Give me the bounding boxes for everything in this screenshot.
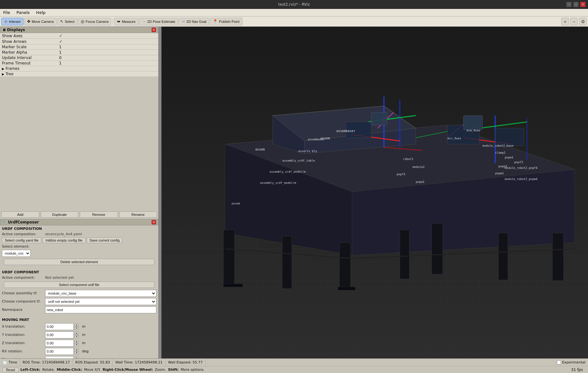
- urdf-panel-content: URDF COMPOSITION Active composition: rec…: [0, 225, 158, 359]
- ros-time-label: ROS Time:: [23, 360, 41, 364]
- measure-button[interactable]: ⬌ Measure: [114, 18, 138, 25]
- y-translation-unit: m: [82, 333, 85, 337]
- interact-button[interactable]: ⊹ Interact: [1, 18, 24, 25]
- y-translation-up[interactable]: ▲: [74, 332, 79, 335]
- display-value: 1: [57, 50, 158, 55]
- assembly-tf-select[interactable]: module_cnc_base: [45, 290, 156, 297]
- svg-rect-32: [400, 230, 409, 279]
- toolbar-separator-1: [113, 18, 113, 25]
- ry-rotation-up[interactable]: ▲: [74, 356, 79, 359]
- x-translation-down[interactable]: ▼: [74, 327, 79, 330]
- select-button[interactable]: ↖ Select: [57, 18, 78, 25]
- namespace-label: Namespace: [2, 308, 43, 312]
- svg-rect-30: [552, 233, 564, 281]
- ry-rotation-input[interactable]: [45, 356, 74, 359]
- init-config-button[interactable]: Initilize empty config file: [43, 237, 85, 243]
- z-translation-down[interactable]: ▼: [74, 343, 79, 346]
- displays-panel-header[interactable]: 🖥 Displays ✕: [0, 27, 158, 33]
- svg-text:asserts bly: asserts bly: [298, 150, 317, 153]
- resize-handle[interactable]: ⋮: [159, 27, 161, 358]
- wall-time-value: 1724589498.21: [135, 360, 162, 364]
- remove-toolbar-button[interactable]: −: [570, 18, 578, 25]
- y-translation-input[interactable]: [45, 331, 74, 338]
- add-toolbar-button[interactable]: +: [561, 18, 569, 25]
- x-translation-up[interactable]: ▲: [74, 323, 79, 327]
- select-config-button[interactable]: Select config yaml file: [2, 237, 41, 243]
- component-tf-row: Choose component tf: urdf not selected y…: [0, 297, 158, 306]
- select-urdf-button[interactable]: Select component urdf file: [4, 282, 154, 288]
- svg-rect-25: [223, 230, 235, 287]
- ry-rotation-spinner: ▲ ▼: [45, 356, 79, 359]
- urdf-close-button[interactable]: ✕: [152, 220, 156, 224]
- svg-text:assem: assem: [255, 148, 265, 151]
- table-row[interactable]: ▶ Tree: [0, 71, 158, 77]
- 2d-pose-button[interactable]: → 2D Pose Estimate: [139, 18, 178, 25]
- assembly-tf-row: Choose assembly tf: module_cnc_base: [0, 289, 158, 297]
- display-value: 1: [57, 61, 158, 66]
- svg-text:assem: assem: [231, 202, 240, 205]
- rx-rotation-arrows: ▲ ▼: [74, 348, 79, 355]
- namespace-input[interactable]: [45, 306, 156, 313]
- publish-point-button[interactable]: 📍 Publish Point: [210, 18, 242, 25]
- menu-help[interactable]: Help: [33, 9, 49, 16]
- table-row: Frame Timeout 1: [0, 61, 158, 66]
- menu-file[interactable]: File: [0, 9, 13, 16]
- move-camera-button[interactable]: ✥ Move Camera: [24, 18, 57, 25]
- x-translation-unit: m: [82, 324, 85, 329]
- displays-close-button[interactable]: ✕: [152, 28, 156, 32]
- y-translation-down[interactable]: ▼: [74, 335, 79, 338]
- y-translation-label: Y translation:: [2, 333, 43, 337]
- settings-toolbar-button[interactable]: ⚙: [579, 18, 587, 25]
- svg-text:robot1: robot1: [403, 157, 414, 161]
- minimize-button[interactable]: ─: [566, 2, 571, 7]
- y-translation-row: Y translation: ▲ ▼ m: [0, 331, 158, 339]
- duplicate-display-button[interactable]: Duplicate: [41, 211, 79, 218]
- z-translation-up[interactable]: ▲: [74, 340, 79, 343]
- menubar: File Panels Help: [0, 9, 588, 17]
- display-value: 0: [57, 55, 158, 61]
- svg-text:assem: assem: [320, 137, 330, 140]
- display-name: Show Axes: [0, 33, 57, 39]
- reset-button[interactable]: Reset: [3, 368, 18, 372]
- urdf-composition-title: URDF COMPOSITION: [0, 225, 158, 231]
- rename-display-button[interactable]: Rename: [119, 211, 157, 218]
- 2d-nav-button[interactable]: ⇒ 2D Nav Goal: [179, 18, 209, 25]
- add-display-button[interactable]: Add: [1, 211, 39, 218]
- save-config-button[interactable]: Save current config: [87, 237, 123, 243]
- scene-svg: assem assembaser asserts bly assembly_ur…: [161, 27, 588, 358]
- toolbar: ⊹ Interact ✥ Move Camera ↖ Select ◎ Focu…: [0, 17, 588, 27]
- rx-rotation-up[interactable]: ▲: [74, 348, 79, 351]
- element-select[interactable]: module_cnc: [2, 250, 31, 257]
- displays-scroll-area[interactable]: Show Axes ✓ Show Arrows ✓ Marker Scale 1…: [0, 33, 158, 77]
- table-row: Marker Alpha 1: [0, 50, 158, 55]
- delete-element-button[interactable]: Delete selected element: [4, 259, 154, 265]
- svg-text:pnpm2: pnpm2: [416, 180, 424, 183]
- maximize-button[interactable]: □: [573, 2, 578, 7]
- focus-camera-button[interactable]: ◎ Focus Camera: [78, 18, 111, 25]
- table-row[interactable]: ▶ Frames: [0, 66, 158, 71]
- publish-point-icon: 📍: [213, 19, 218, 24]
- 3d-viewport[interactable]: assem assembaser asserts bly assembly_ur…: [161, 27, 588, 358]
- svg-text:assembly_urdf_model/m: assembly_urdf_model/m: [270, 170, 306, 173]
- close-button[interactable]: ✕: [580, 2, 585, 7]
- svg-rect-33: [498, 233, 508, 280]
- right-click-action: Zoom.: [155, 368, 166, 372]
- z-translation-input[interactable]: [45, 340, 74, 347]
- svg-text:module_robot2_pnpm4: module_robot2_pnpm4: [505, 177, 537, 181]
- z-translation-unit: m: [82, 341, 85, 345]
- middle-click-key: Middle-Click:: [57, 368, 82, 372]
- 2d-pose-icon: →: [142, 19, 146, 24]
- menu-panels[interactable]: Panels: [13, 9, 33, 16]
- remove-display-button[interactable]: Remove: [80, 211, 118, 218]
- rx-rotation-unit: deg: [82, 349, 89, 353]
- svg-text:assembly_urdf_model/m: assembly_urdf_model/m: [260, 181, 296, 184]
- rx-rotation-input[interactable]: [45, 348, 74, 355]
- x-translation-input[interactable]: [45, 323, 74, 330]
- component-tf-select[interactable]: urdf not selected yet: [45, 298, 156, 305]
- rx-rotation-down[interactable]: ▼: [74, 351, 79, 355]
- select-icon: ↖: [60, 19, 64, 24]
- left-click-action: Rotate.: [42, 368, 55, 372]
- active-component-row: Active component: Not selected yet: [0, 275, 158, 280]
- experimental-checkbox[interactable]: [557, 360, 561, 364]
- urdf-panel-header[interactable]: 🔧 UrdfComposer ✕: [0, 219, 158, 225]
